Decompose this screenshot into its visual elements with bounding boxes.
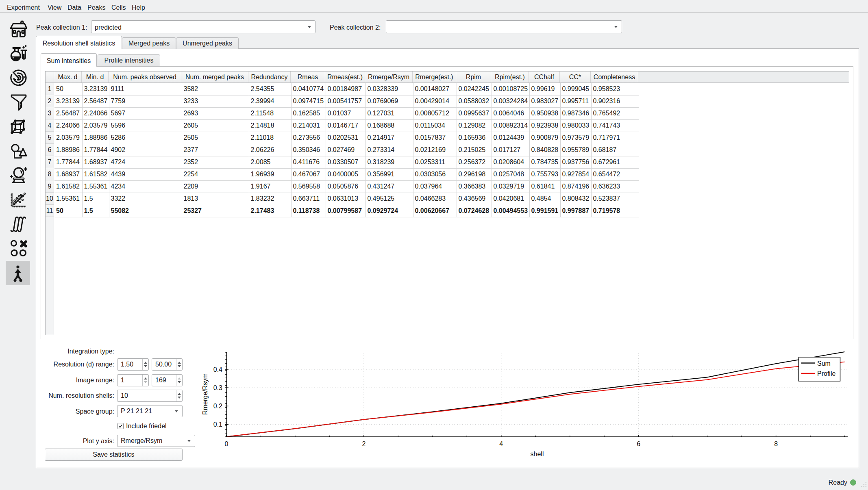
svg-text:8: 8 [774, 440, 778, 447]
svg-text:6: 6 [637, 440, 640, 447]
svg-text:0.2: 0.2 [213, 403, 222, 410]
svg-text:shell: shell [531, 451, 544, 457]
svg-text:Rmerge/Rsym: Rmerge/Rsym [202, 373, 209, 415]
svg-text:0.4: 0.4 [213, 366, 222, 373]
svg-text:2: 2 [362, 440, 365, 447]
svg-text:0.3: 0.3 [213, 384, 222, 391]
svg-text:0.1: 0.1 [213, 421, 222, 428]
svg-text:Profile: Profile [817, 370, 835, 377]
svg-text:Sum: Sum [817, 360, 831, 367]
svg-text:4: 4 [499, 440, 503, 447]
svg-text:0: 0 [225, 440, 228, 447]
